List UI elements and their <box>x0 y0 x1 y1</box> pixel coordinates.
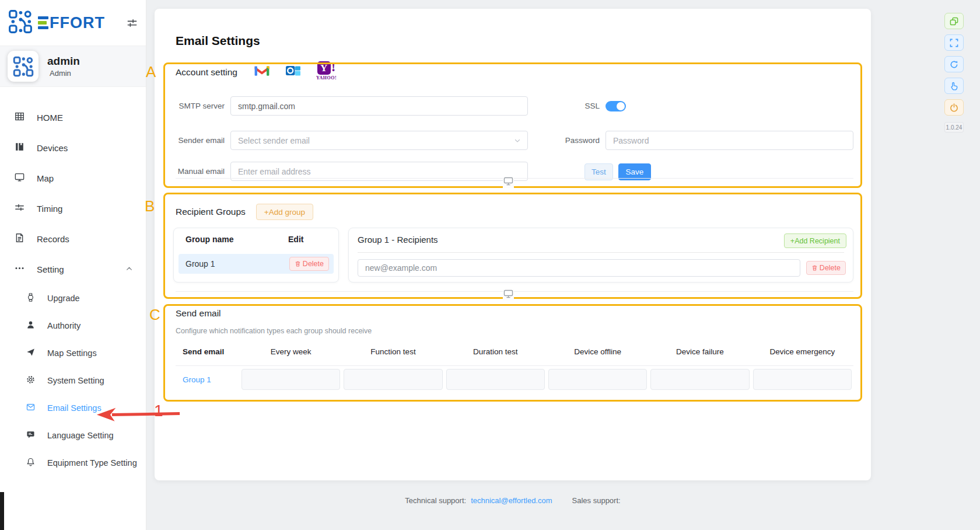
hand-pointer-button[interactable] <box>944 78 964 94</box>
person-icon <box>26 320 36 332</box>
group-name-header: Group name <box>186 235 233 244</box>
envelope-icon <box>26 402 36 414</box>
version-badge: 1.0.24 <box>944 122 964 132</box>
yahoo-icon[interactable]: Y ! YAHOO! <box>316 61 337 81</box>
paper-plane-icon <box>26 347 36 359</box>
brand-circuit-logo-icon <box>8 9 33 36</box>
refresh-button[interactable] <box>944 56 964 72</box>
ssl-label: SSL <box>563 102 600 110</box>
password-input[interactable] <box>606 131 853 150</box>
send-email-title: Send email <box>176 308 221 319</box>
sidebar-item-setting[interactable]: Setting <box>0 254 146 284</box>
col-header-device-failure: Device failure <box>649 347 751 356</box>
sidebar-item-devices[interactable]: Devices <box>0 132 146 163</box>
password-label: Password <box>563 136 600 145</box>
sidebar-collapse-icon[interactable] <box>127 18 138 29</box>
link-icon <box>950 17 958 26</box>
col-header-send-email: Send email <box>176 347 240 356</box>
ellipsis-icon <box>14 263 25 276</box>
sidebar-item-home[interactable]: HOME <box>0 102 146 132</box>
user-card: admin Admin <box>0 46 146 87</box>
hand-pointer-icon <box>950 82 958 90</box>
main-panel: Email Settings Account setting <box>155 9 871 480</box>
recipients-title: Group 1 - Recipients <box>358 235 438 245</box>
outlook-icon[interactable] <box>285 64 301 80</box>
sender-email-select[interactable]: Select sender email <box>230 131 528 150</box>
link-button[interactable] <box>944 13 964 29</box>
notify-cell-device-emergency[interactable] <box>753 369 852 390</box>
chevron-down-icon <box>514 137 521 144</box>
smtp-server-input[interactable] <box>230 96 528 116</box>
smtp-server-label: SMTP server <box>176 102 225 110</box>
monitor-divider-icon <box>503 177 514 188</box>
sales-support-label: Sales support: <box>572 496 621 505</box>
col-header-function-test: Function test <box>342 347 444 356</box>
page-title: Email Settings <box>176 34 260 48</box>
add-group-button[interactable]: +Add group <box>256 204 313 220</box>
sidebar-item-map-settings[interactable]: Map Settings <box>0 339 146 367</box>
recipient-email-input[interactable] <box>358 259 800 277</box>
user-name: admin <box>47 55 80 68</box>
screen-edge-artifact <box>0 492 4 530</box>
power-icon <box>950 103 958 112</box>
sidebar-item-upgrade[interactable]: Upgrade <box>0 284 146 312</box>
add-recipient-button[interactable]: +Add Recipient <box>784 233 846 248</box>
trash-icon <box>811 264 818 271</box>
sidebar-item-records[interactable]: Records <box>0 224 146 254</box>
ssl-toggle[interactable] <box>606 101 626 111</box>
footer: Technical support: technical@effortled.c… <box>155 496 871 505</box>
power-button[interactable] <box>944 99 964 116</box>
notify-cell-duration-test[interactable] <box>446 369 545 390</box>
edit-header: Edit <box>288 235 303 244</box>
yahoo-wordmark: YAHOO! <box>316 75 337 81</box>
fullscreen-icon <box>950 39 958 47</box>
col-header-duration-test: Duration test <box>444 347 547 356</box>
notify-cell-device-offline[interactable] <box>548 369 647 390</box>
notify-cell-function-test[interactable] <box>344 369 442 390</box>
monitor-divider-icon <box>503 290 514 301</box>
delete-recipient-button[interactable]: Delete <box>806 261 846 275</box>
group-link[interactable]: Group 1 <box>176 369 240 390</box>
annotation-label-b: B <box>145 197 155 215</box>
col-header-device-offline: Device offline <box>547 347 649 356</box>
callout-step-number: 1 <box>154 402 163 420</box>
callout-arrow <box>93 404 181 425</box>
sidebar-item-timing[interactable]: Timing <box>0 193 146 224</box>
logo-letter-e <box>38 16 48 30</box>
sidebar-item-system-setting[interactable]: System Setting <box>0 367 146 394</box>
technical-support-label: Technical support: <box>405 496 466 505</box>
monitor-icon <box>14 172 25 184</box>
technical-support-email-link[interactable]: technical@effortled.com <box>471 496 552 505</box>
delete-group-button[interactable]: Delete <box>289 257 329 271</box>
gear-icon <box>26 375 36 386</box>
manual-email-label: Manual email <box>176 167 225 176</box>
sidebar: FFORT <box>0 0 146 530</box>
sliders-icon <box>14 202 25 215</box>
grid-icon <box>14 111 25 124</box>
sidebar-item-equipment-type-setting[interactable]: Equipment Type Setting <box>0 449 146 476</box>
logo-row: FFORT <box>0 0 146 46</box>
sender-email-label: Sender email <box>176 136 225 145</box>
sidebar-item-map[interactable]: Map <box>0 163 146 193</box>
badge-icon <box>26 292 36 304</box>
recipient-groups-title: Recipient Groups <box>176 207 246 217</box>
trash-icon <box>295 260 301 267</box>
gmail-icon[interactable] <box>254 64 270 79</box>
group-name: Group 1 <box>186 259 215 269</box>
sidebar-item-authority[interactable]: Authority <box>0 312 146 339</box>
bell-icon <box>26 457 36 469</box>
group-list-card: Group name Edit Group 1 Delete <box>173 228 339 283</box>
device-icon <box>14 141 25 154</box>
annotation-label-c: C <box>149 306 160 324</box>
user-role: Admin <box>47 69 80 78</box>
sidebar-item-language-setting[interactable]: Language Setting <box>0 421 146 449</box>
fullscreen-button[interactable] <box>944 34 964 51</box>
group-row[interactable]: Group 1 Delete <box>178 254 334 274</box>
chevron-up-icon <box>125 264 133 274</box>
notify-cell-device-failure[interactable] <box>650 369 749 390</box>
floating-toolbar: 1.0.24 <box>944 13 964 132</box>
notify-cell-every-week[interactable] <box>242 369 340 390</box>
table-header-divider <box>176 365 853 366</box>
send-email-row: Group 1 <box>176 369 853 390</box>
avatar <box>8 51 38 82</box>
